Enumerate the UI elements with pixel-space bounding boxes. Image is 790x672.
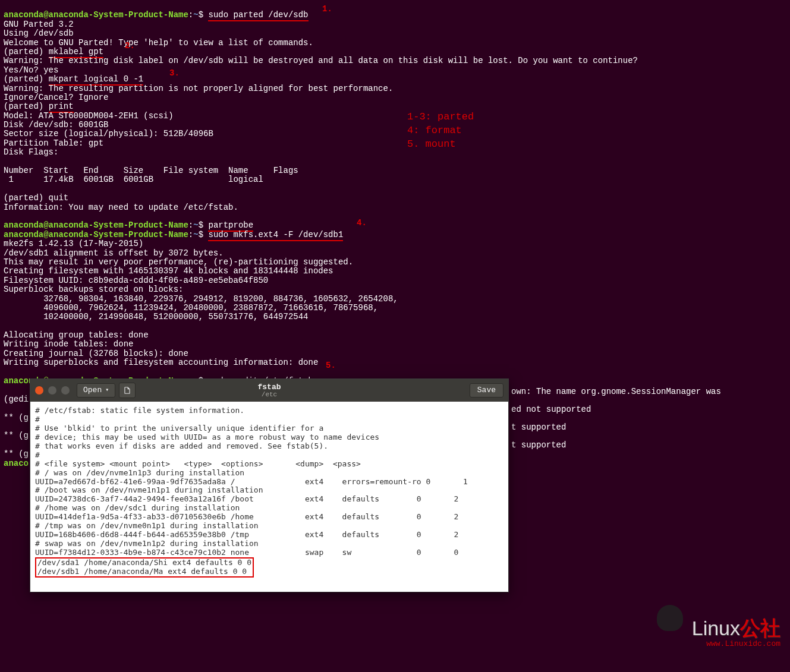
annot-legend: 1-3: parted 4: format 5. mount: [407, 111, 474, 152]
gedit-filename: fstab: [257, 383, 281, 392]
minimize-icon[interactable]: [48, 386, 56, 395]
mkfs-5: Filesystem UUID: c8b9edda-cddd-4f06-a489…: [4, 276, 268, 285]
fstab-l17: UUID=f7384d12-0333-4b9e-b874-c43ce79c10b…: [35, 548, 458, 557]
legend-3: 5. mount: [407, 138, 474, 152]
parted-using: Using /dev/sdb: [4, 29, 74, 38]
fstab-l16: # swap was on /dev/nvme1n1p2 during inst…: [35, 539, 259, 548]
fstab-l2: #: [35, 415, 40, 424]
tail-right-4: t supported: [511, 441, 566, 450]
parted-welcome: Welcome to GNU Parted! Type 'help' to vi…: [4, 38, 313, 48]
mkfs-8: 4096000, 7962624, 11239424, 20480000, 23…: [4, 303, 378, 313]
fstab-l13: UUID=414def1a-9d5a-4f33-ab33-d07105630e6…: [35, 512, 458, 521]
parted-row: 1 17.4kB 6001GB 6001GB logical: [4, 175, 263, 184]
fstab-l1: # /etc/fstab: static file system informa…: [35, 406, 244, 415]
fstab-l7: # <file system> <mount point> <type> <op…: [35, 459, 361, 468]
parted-header: Number Start End Size File system Name F…: [4, 166, 298, 175]
annot-5: 5.: [326, 361, 336, 370]
parted-version: GNU Parted 3.2: [4, 20, 74, 29]
tail-g2a: ** (g: [4, 431, 29, 440]
mkfs-12: Creating journal (32768 blocks): done: [4, 349, 188, 358]
parted-model: Model: ATA ST6000DM004-2EH1 (scsi): [4, 111, 174, 121]
fstab-l4: # device; this may be used with UUID= as…: [35, 433, 379, 441]
fstab-l12: # /home was on /dev/sdc1 during installa…: [35, 503, 240, 512]
watermark: Linux公社 www.Linuxidc.com: [657, 605, 780, 648]
gedit-titlebar[interactable]: Open ▾ fstab /etc Save: [30, 379, 508, 402]
fstab-l11: UUID=24738dc6-3af7-44a2-9494-fee03a12a16…: [35, 494, 458, 503]
fstab-l6: #: [35, 450, 40, 459]
new-document-button[interactable]: [119, 383, 136, 398]
mkfs-3: This may result in very poor performance…: [4, 257, 353, 267]
parted-dflags: Disk Flags:: [4, 147, 58, 157]
mkfs-10: Allocating group tables: done: [4, 330, 149, 340]
chevron-down-icon: ▾: [105, 387, 109, 393]
watermark-site: www.Linuxidc.com: [657, 640, 780, 648]
mkfs-11: Writing inode tables: done: [4, 339, 133, 349]
fstab-l5: # that works even if disks are added and…: [35, 441, 328, 450]
mkfs-9: 102400000, 214990848, 512000000, 5507317…: [4, 312, 308, 321]
tux-icon: [657, 605, 683, 631]
legend-1: 1-3: parted: [407, 111, 474, 124]
parted-sector: Sector size (logical/physical): 512B/409…: [4, 129, 213, 138]
mkfs-7: 32768, 98304, 163840, 229376, 294912, 81…: [4, 294, 398, 304]
cmd-mkfs: sudo mkfs.ext4 -F /dev/sdb1: [208, 230, 343, 241]
fstab-l18: /dev/sda1 /home/anaconda/Shi ext4 defaul…: [37, 558, 251, 567]
tail-anaco: anaco: [4, 459, 29, 468]
mkfs-13: Writing superblocks and filesystem accou…: [4, 358, 318, 367]
watermark-brand: Linux公社: [692, 617, 780, 639]
fstab-l8: # / was on /dev/nvme1n1p3 during install…: [35, 468, 244, 477]
parted-warn-align: Warning: The resulting partition is not …: [4, 84, 393, 93]
prompt-userhost: anaconda@anaconda-System-Product-Name: [4, 10, 188, 20]
tail-g3a: ** (g: [4, 449, 29, 459]
mkfs-2: /dev/sdb1 alignment is offset by 3072 by…: [4, 248, 224, 258]
annot-4: 4.: [357, 219, 367, 228]
fstab-l19: /dev/sdb1 /home/anaconda/Ma ext4 default…: [37, 567, 247, 576]
parted-ignore: Ignore/Cancel? Ignore: [4, 93, 108, 102]
tail-gedi: (gedi: [4, 395, 29, 404]
save-button[interactable]: Save: [470, 383, 503, 397]
tail-right-2: ed not supported: [511, 405, 591, 414]
open-button[interactable]: Open ▾: [77, 383, 115, 397]
parted-ptable: Partition Table: gpt: [4, 138, 103, 148]
fstab-l10: # /boot was on /dev/nvme1n1p1 during ins…: [35, 485, 263, 494]
gedit-editor[interactable]: # /etc/fstab: static file system informa…: [30, 402, 508, 592]
fstab-l9: UUID=a7ed667d-bf62-41e6-99aa-9df7635ada8…: [35, 477, 468, 486]
fstab-l3: # Use 'blkid' to print the universally u…: [35, 424, 323, 433]
annot-1: 1.: [322, 5, 332, 14]
parted-quit: (parted) quit: [4, 193, 68, 203]
mkfs-6: Superblock backups stored on blocks:: [4, 285, 183, 294]
annot-3: 3.: [169, 69, 180, 78]
mkfs-1: mke2fs 1.42.13 (17-May-2015): [4, 239, 143, 248]
new-doc-icon: [123, 386, 131, 395]
parted-info: Information: You may need to update /etc…: [4, 203, 238, 212]
parted-yesno: Yes/No? yes: [4, 65, 58, 75]
mkfs-4: Creating filesystem with 1465130397 4k b…: [4, 266, 333, 276]
fstab-added-lines-highlight: /dev/sda1 /home/anaconda/Shi ext4 defaul…: [35, 557, 254, 578]
maximize-icon[interactable]: [61, 386, 70, 395]
fstab-l15: UUID=168b4606-d6d8-444f-b644-ad65359e38b…: [35, 530, 458, 539]
window-buttons: [35, 386, 70, 395]
tail-right-3: t supported: [511, 423, 566, 432]
tail-g1a: ** (g: [4, 413, 29, 422]
annot-2: 2.: [125, 42, 135, 51]
save-button-label: Save: [477, 386, 496, 395]
tail-right-1: own: The name org.gnome.SessionManager w…: [511, 387, 721, 396]
fstab-l14: # /tmp was on /dev/nvme0n1p1 during inst…: [35, 521, 259, 530]
parted-warn-destroy: Warning: The existing disk label on /dev…: [4, 56, 638, 65]
legend-2: 4: format: [407, 124, 474, 138]
gedit-window[interactable]: Open ▾ fstab /etc Save # /etc/fstab: sta…: [30, 378, 509, 592]
open-button-label: Open: [83, 386, 102, 395]
close-icon[interactable]: [35, 386, 43, 395]
parted-disk: Disk /dev/sdb: 6001GB: [4, 120, 108, 130]
cmd-parted: sudo parted /dev/sdb: [208, 10, 308, 21]
